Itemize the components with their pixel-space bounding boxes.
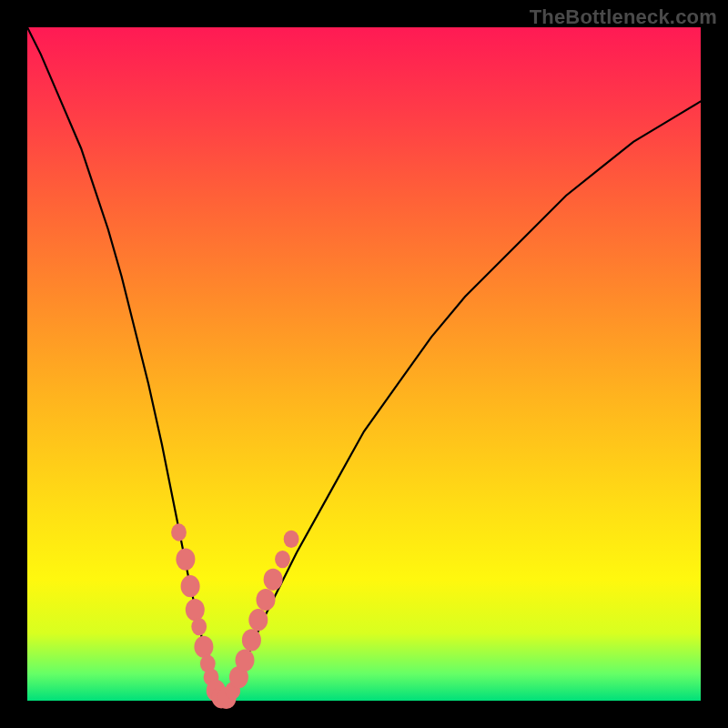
curve-marker [191,618,207,635]
watermark-text: TheBottleneck.com [530,5,717,29]
curve-marker [284,531,299,548]
curve-marker [176,549,195,571]
bottleneck-curve [27,27,701,701]
curve-marker [248,609,268,631]
curve-marker [275,551,290,568]
curve-marker [186,599,205,621]
chart-overlay [0,0,728,728]
curve-marker [242,629,261,651]
curve-marker [257,589,276,611]
curve-marker [264,569,283,591]
curve-markers [171,523,298,709]
curve-marker [181,575,200,597]
curve-marker [194,636,213,658]
curve-marker [236,650,255,672]
curve-marker [171,523,187,541]
